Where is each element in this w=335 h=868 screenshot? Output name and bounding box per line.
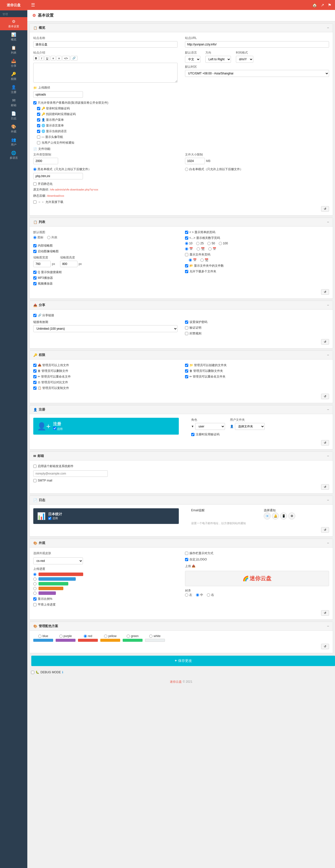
share-reset-btn[interactable]: ↺ xyxy=(321,339,329,345)
role-select[interactable]: user xyxy=(195,423,225,430)
color-swatch-purple[interactable]: purple xyxy=(56,634,76,642)
site-name-input[interactable] xyxy=(33,41,177,48)
use-system-email-checkbox[interactable] xyxy=(33,465,36,468)
admin-delete-checkbox[interactable] xyxy=(33,369,36,373)
notify-btn-3[interactable]: 📱 xyxy=(280,513,287,520)
italic-btn[interactable]: I xyxy=(39,56,44,61)
thumb-height-input[interactable] xyxy=(60,261,78,267)
sidebar-item-permissions[interactable]: 🔑 权限 xyxy=(0,70,27,83)
link-btn[interactable]: 🔗 xyxy=(71,56,78,61)
show-lang-menu-checkbox[interactable] xyxy=(37,124,40,127)
admin-color-reset-btn[interactable]: ↺ xyxy=(321,644,329,649)
sidebar-item-overview[interactable]: 📊 概览 xyxy=(0,30,27,43)
verify-code-checkbox[interactable] xyxy=(191,433,194,436)
date-icon2-2-radio[interactable] xyxy=(200,258,204,262)
captcha-login-checkbox[interactable] xyxy=(37,107,40,110)
show-avatar-checkbox[interactable] xyxy=(37,135,40,139)
timezone-select[interactable]: UTC/GMT +08:00 - Asia/Shanghai xyxy=(185,70,329,77)
sidebar-item-log[interactable]: 📄 日志 xyxy=(0,109,27,122)
captcha-password-checkbox[interactable] xyxy=(37,113,40,116)
whitelist-input[interactable] xyxy=(33,173,83,179)
notify-btn-2[interactable]: 🔔 xyxy=(272,513,279,520)
notify-btn-1[interactable]: 📧 xyxy=(264,513,271,520)
show-current-lang-checkbox[interactable] xyxy=(37,130,40,133)
file-size-limit-input[interactable] xyxy=(185,158,205,164)
per-page-25-radio[interactable] xyxy=(196,242,199,245)
user-folder-select[interactable]: 选择文件夹 xyxy=(235,423,265,430)
progress-radio-2[interactable] xyxy=(33,578,36,581)
color-blue-radio[interactable] xyxy=(38,634,41,638)
progress-radio-1[interactable] xyxy=(33,573,36,576)
share-collapse-btn[interactable]: − xyxy=(327,303,329,307)
progress-radio-3[interactable] xyxy=(33,582,36,585)
log-collapse-btn[interactable]: − xyxy=(327,498,329,502)
list-reset-btn[interactable]: ↺ xyxy=(321,289,329,295)
set-password-checkbox[interactable] xyxy=(185,320,188,324)
ban-checkbox[interactable] xyxy=(185,332,188,335)
date-icon-3-radio[interactable] xyxy=(208,247,212,251)
blacklist-radio[interactable] xyxy=(185,168,188,171)
whitelist-radio[interactable] xyxy=(33,168,36,171)
static-url-checkbox[interactable] xyxy=(33,182,36,186)
default-lang-select[interactable]: 中文 xyxy=(185,56,200,63)
thumb-width-input[interactable] xyxy=(33,261,51,267)
code-btn[interactable]: </> xyxy=(62,56,70,61)
direction-select[interactable]: Left to Right xyxy=(205,56,231,63)
allow-multi-download-checkbox[interactable] xyxy=(185,270,188,273)
progress-radio-5[interactable] xyxy=(33,592,36,595)
align-left-radio[interactable] xyxy=(185,593,188,597)
show-percent-checkbox[interactable] xyxy=(33,597,36,600)
color-swatch-yellow[interactable]: yellow xyxy=(100,634,120,642)
color-swatch-green[interactable]: green xyxy=(123,634,143,642)
color-green-radio[interactable] xyxy=(127,634,130,638)
color-yellow-radio[interactable] xyxy=(104,634,107,638)
allow-direct-checkbox[interactable] xyxy=(33,200,36,204)
video-player-checkbox[interactable] xyxy=(33,282,36,285)
align-center-radio[interactable] xyxy=(196,593,199,597)
bold-btn[interactable]: B xyxy=(33,56,39,61)
sidebar-item-appearance[interactable]: 🎨 外观 xyxy=(0,122,27,135)
color-swatch-blue[interactable]: blue xyxy=(33,634,53,642)
save-button[interactable]: ✦ 保存更改 xyxy=(31,656,335,666)
admin-color-collapse-btn[interactable]: − xyxy=(327,624,329,628)
appearance-collapse-btn[interactable]: − xyxy=(327,541,329,545)
admin-delete-folder-checkbox[interactable] xyxy=(185,369,188,373)
color-white-radio[interactable] xyxy=(149,634,152,638)
date-icon2-1-radio[interactable] xyxy=(189,258,192,262)
permissions-collapse-btn[interactable]: − xyxy=(327,353,329,357)
date-icon-1-radio[interactable] xyxy=(185,247,188,251)
show-code-checkbox[interactable] xyxy=(185,231,188,234)
notify-btn-4[interactable]: ⚙ xyxy=(288,513,295,520)
admin-create-folder-checkbox[interactable] xyxy=(185,364,188,367)
sidebar-item-list[interactable]: 📋 列表 xyxy=(0,43,27,57)
admin-rename-checkbox[interactable] xyxy=(33,375,36,378)
theme-select[interactable]: cs-red xyxy=(33,557,83,564)
appearance-reset-btn[interactable]: ↺ xyxy=(321,610,329,616)
email-input[interactable] xyxy=(33,470,108,477)
debug-checkbox[interactable] xyxy=(31,671,34,674)
home-icon[interactable]: 🏠 xyxy=(312,3,317,7)
admin-compare-checkbox[interactable] xyxy=(33,381,36,384)
smooth-progress-checkbox[interactable] xyxy=(33,603,36,606)
quick-search-checkbox[interactable] xyxy=(33,271,36,274)
email-collapse-btn[interactable]: − xyxy=(327,454,329,458)
align-right-radio[interactable] xyxy=(207,593,210,597)
color-swatch-red[interactable]: red xyxy=(78,634,98,642)
footer-link[interactable]: 迷你云盘 xyxy=(170,680,182,683)
email-reset-btn[interactable]: ↺ xyxy=(321,484,329,490)
admin-copy-checkbox[interactable] xyxy=(33,386,36,390)
time-format-select[interactable]: d/m/Y xyxy=(236,56,253,63)
show-user-menu-checkbox[interactable] xyxy=(37,118,40,122)
site-desc-textarea[interactable] xyxy=(33,63,177,83)
register-reset-btn[interactable]: ↺ xyxy=(321,440,329,445)
color-red-radio[interactable] xyxy=(84,634,87,638)
admin-rename-folder-checkbox[interactable] xyxy=(185,375,188,378)
sidebar-item-register[interactable]: 👤 注册 xyxy=(0,83,27,96)
notify-upload-checkbox[interactable] xyxy=(37,141,40,144)
menu-icon[interactable]: ☰ xyxy=(31,2,35,8)
only-allow-checkbox[interactable] xyxy=(33,101,36,104)
sidebar-item-share[interactable]: 📤 分享 xyxy=(0,57,27,70)
view-list-radio[interactable] xyxy=(47,236,50,239)
smtp-checkbox[interactable] xyxy=(33,479,36,482)
sidebar-item-multilang[interactable]: 🌐 多语言 xyxy=(0,149,27,162)
